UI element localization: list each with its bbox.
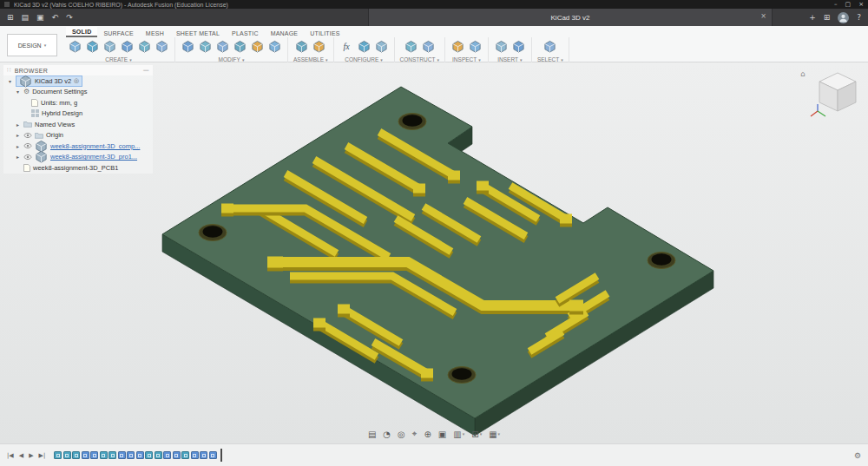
parameters-fx-icon[interactable]: fx: [339, 39, 354, 54]
tool-icon[interactable]: [215, 39, 230, 54]
viewports-icon[interactable]: ▦▾: [489, 430, 500, 439]
tool-icon[interactable]: [312, 39, 326, 54]
view-cube-faces[interactable]: [819, 73, 856, 111]
tool-icon[interactable]: [181, 39, 195, 54]
ribbon-tab-surface[interactable]: SURFACE: [97, 29, 139, 37]
tab-close-icon[interactable]: ×: [760, 12, 766, 20]
redo-icon[interactable]: ↷: [66, 13, 73, 22]
play-icon[interactable]: ▶: [29, 452, 33, 459]
visibility-eye-icon[interactable]: [23, 142, 32, 149]
browser-row[interactable]: ▾KiCad 3D v2◎: [3, 75, 153, 87]
new-tab-icon[interactable]: +: [809, 13, 816, 22]
tool-icon[interactable]: [68, 39, 82, 54]
tool-icon[interactable]: [494, 39, 509, 54]
tool-icon[interactable]: [357, 39, 372, 54]
tool-icon[interactable]: [450, 39, 465, 54]
grid-settings-icon[interactable]: ⊞▾: [471, 430, 482, 439]
chevron-icon[interactable]: ▸: [15, 143, 21, 149]
timeline-feature-icon[interactable]: [191, 451, 199, 459]
file-tab-icon[interactable]: ▤: [368, 430, 376, 439]
step-back-icon[interactable]: ◀: [19, 452, 23, 459]
window-minimize-button[interactable]: –: [834, 1, 838, 8]
save-icon[interactable]: ▣: [36, 13, 44, 22]
timeline-feature-icon[interactable]: [72, 451, 80, 459]
tool-icon[interactable]: [468, 39, 483, 54]
window-maximize-button[interactable]: ▢: [845, 1, 852, 8]
timeline-settings-icon[interactable]: ⚙: [854, 451, 861, 460]
tool-icon[interactable]: [137, 39, 152, 54]
ribbon-tab-mesh[interactable]: MESH: [140, 29, 170, 37]
timeline-feature-icon[interactable]: [181, 451, 189, 459]
tool-icon[interactable]: [155, 39, 169, 54]
undo-icon[interactable]: ↶: [52, 13, 59, 22]
chevron-icon[interactable]: ▾: [7, 78, 13, 84]
go-to-end-icon[interactable]: ▶|: [39, 452, 46, 459]
timeline-feature-icon[interactable]: [118, 451, 126, 459]
browser-row[interactable]: ▸week8-assignment-3D_pro1...: [3, 152, 153, 163]
pan-icon[interactable]: ⌖: [412, 429, 418, 439]
ribbon-tab-solid[interactable]: SOLID: [66, 27, 97, 37]
tool-icon[interactable]: [120, 39, 135, 54]
window-close-button[interactable]: ×: [858, 1, 864, 8]
chevron-icon[interactable]: ▸: [15, 132, 21, 138]
browser-row[interactable]: week8-assignment-3D_PCB1: [3, 162, 153, 174]
chevron-icon[interactable]: ▸: [15, 154, 21, 160]
timeline-feature-icon[interactable]: [63, 451, 71, 459]
timeline-feature-icon[interactable]: [163, 451, 171, 459]
browser-row[interactable]: ▾⚙Document Settings: [3, 87, 153, 98]
viewport-canvas[interactable]: ∷ BROWSER — ▾KiCad 3D v2◎▾⚙Document Sett…: [0, 62, 868, 443]
file-menu-icon[interactable]: ▤: [22, 13, 30, 22]
help-icon[interactable]: ?: [857, 13, 861, 22]
timeline-position-marker[interactable]: [220, 449, 222, 462]
tool-icon[interactable]: [421, 39, 436, 54]
home-icon[interactable]: ⌂: [800, 69, 806, 78]
ribbon-tab-utilities[interactable]: UTILITIES: [304, 29, 345, 37]
document-tab[interactable]: KiCad 3D v2 ×: [368, 9, 773, 26]
zoom-icon[interactable]: ⊕: [424, 430, 431, 439]
tool-icon[interactable]: [294, 39, 309, 54]
chevron-icon[interactable]: ▾: [15, 89, 21, 95]
tool-icon[interactable]: [511, 39, 526, 54]
visibility-eye-icon[interactable]: [23, 154, 32, 161]
ribbon-tab-plastic[interactable]: PLASTIC: [226, 29, 265, 37]
pcb-top-face[interactable]: [162, 87, 713, 418]
extensions-icon[interactable]: ⊞: [824, 13, 831, 22]
tool-icon[interactable]: [250, 39, 265, 54]
ribbon-tab-sheet-metal[interactable]: SHEET METAL: [170, 29, 226, 37]
timeline-feature-icon[interactable]: [127, 451, 135, 459]
timeline-feature-icon[interactable]: [108, 451, 116, 459]
display-settings-icon[interactable]: ▥▾: [453, 430, 464, 439]
browser-row[interactable]: ▸Named Views: [3, 119, 153, 130]
timeline-feature-icon[interactable]: [200, 451, 207, 459]
panel-grip-icon[interactable]: ∷: [7, 67, 11, 74]
ribbon-tab-manage[interactable]: MANAGE: [265, 29, 305, 37]
timeline-feature-icon[interactable]: [145, 451, 153, 459]
timeline-feature-icon[interactable]: [173, 451, 181, 459]
tool-icon[interactable]: [85, 39, 100, 54]
timeline-feature-icon[interactable]: [136, 451, 144, 459]
tool-icon[interactable]: [198, 39, 213, 54]
timeline-feature-icon[interactable]: [54, 451, 62, 459]
tool-icon[interactable]: [267, 39, 282, 54]
workspace-selector[interactable]: DESIGN ▾: [7, 34, 57, 56]
timeline-feature-icon[interactable]: [209, 451, 217, 459]
look-at-icon[interactable]: ◎: [398, 430, 405, 439]
tool-icon[interactable]: [542, 39, 557, 54]
user-avatar[interactable]: [838, 12, 849, 23]
view-cube[interactable]: ⌂: [800, 68, 863, 121]
visibility-eye-icon[interactable]: [23, 132, 32, 139]
tool-icon[interactable]: [102, 39, 117, 54]
tool-icon[interactable]: [404, 39, 418, 54]
fit-icon[interactable]: ▣: [438, 430, 446, 439]
app-grid-icon[interactable]: ⊞: [7, 13, 14, 22]
timeline-feature-icon[interactable]: [82, 451, 89, 459]
timeline-feature-icon[interactable]: [90, 451, 98, 459]
collapse-panel-icon[interactable]: —: [143, 67, 149, 74]
chevron-icon[interactable]: ▸: [15, 121, 21, 128]
timeline-feature-icon[interactable]: [100, 451, 108, 459]
tool-icon[interactable]: [374, 39, 389, 54]
orbit-icon[interactable]: ◔: [383, 430, 391, 439]
timeline-feature-icon[interactable]: [155, 451, 162, 459]
go-to-start-icon[interactable]: |◀: [7, 452, 14, 459]
browser-row[interactable]: Units: mm, g: [3, 97, 153, 108]
